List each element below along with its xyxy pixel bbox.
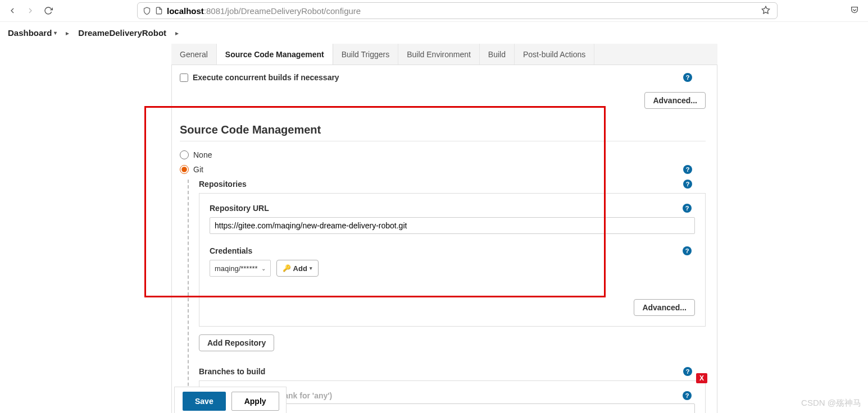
concurrent-builds-checkbox[interactable] [180, 74, 188, 82]
repo-url-label: Repository URL [210, 204, 695, 213]
browser-toolbar: localhost:8081/job/DreameDeliveryRobot/c… [0, 0, 868, 21]
help-icon[interactable]: ? [683, 73, 692, 82]
credentials-label: Credentials [210, 246, 695, 255]
scm-none-label: None [193, 150, 212, 159]
config-tabs: General Source Code Management Build Tri… [171, 44, 717, 65]
advanced-button[interactable]: Advanced... [644, 92, 706, 109]
add-credentials-button[interactable]: 🔑 Add ▾ [276, 260, 319, 277]
bookmark-icon[interactable] [759, 3, 772, 19]
save-button[interactable]: Save [183, 392, 226, 411]
tab-post[interactable]: Post-build Actions [515, 44, 594, 65]
tab-general[interactable]: General [171, 44, 217, 65]
repositories-label: Repositories [199, 180, 706, 189]
url-text: localhost:8081/job/DreameDeliveryRobot/c… [167, 6, 756, 16]
chevron-right-icon: ▸ [175, 29, 179, 37]
bottom-action-bar: Save Apply [174, 387, 287, 413]
help-icon[interactable]: ? [683, 246, 692, 255]
site-info-icon[interactable] [154, 6, 163, 15]
url-bar[interactable]: localhost:8081/job/DreameDeliveryRobot/c… [137, 2, 778, 19]
reload-button[interactable] [40, 3, 56, 19]
tab-build[interactable]: Build [480, 44, 515, 65]
shield-icon [142, 6, 151, 15]
scm-git-radio[interactable] [180, 165, 189, 174]
branches-label: Branches to build [199, 367, 706, 376]
help-icon[interactable]: ? [683, 367, 692, 376]
repo-url-input[interactable] [210, 217, 695, 234]
svg-marker-0 [762, 6, 769, 13]
tab-env[interactable]: Build Environment [398, 44, 480, 65]
apply-button[interactable]: Apply [231, 392, 279, 411]
scm-none-radio[interactable] [180, 150, 189, 159]
delete-branch-button[interactable]: X [696, 373, 707, 383]
add-repository-button[interactable]: Add Repository [199, 334, 274, 351]
key-icon: 🔑 [283, 264, 291, 272]
help-icon[interactable]: ? [683, 165, 692, 174]
repository-card: Repository URL ? Credentials ? maqing/**… [199, 193, 706, 327]
pocket-icon[interactable] [848, 3, 861, 19]
scm-section-title: Source Code Management [180, 123, 706, 136]
tab-scm[interactable]: Source Code Management [217, 44, 333, 65]
breadcrumb: Dashboard▾ ▸ DreameDeliveryRobot ▸ [0, 21, 868, 44]
concurrent-builds-label: Execute concurrent builds if necessary [193, 73, 339, 82]
repo-advanced-button[interactable]: Advanced... [634, 299, 695, 316]
forward-button[interactable] [22, 3, 38, 19]
credentials-select[interactable]: maqing/******⌄ [210, 260, 271, 277]
breadcrumb-dashboard[interactable]: Dashboard▾ [6, 26, 59, 40]
help-icon[interactable]: ? [683, 391, 692, 400]
breadcrumb-job[interactable]: DreameDeliveryRobot [76, 26, 169, 40]
scm-git-label: Git [193, 165, 203, 174]
help-icon[interactable]: ? [683, 180, 692, 189]
watermark: CSDN @殇神马 [801, 398, 861, 409]
back-button[interactable] [4, 3, 20, 19]
help-icon[interactable]: ? [683, 204, 692, 213]
chevron-right-icon: ▸ [66, 29, 69, 37]
tab-triggers[interactable]: Build Triggers [333, 44, 399, 65]
